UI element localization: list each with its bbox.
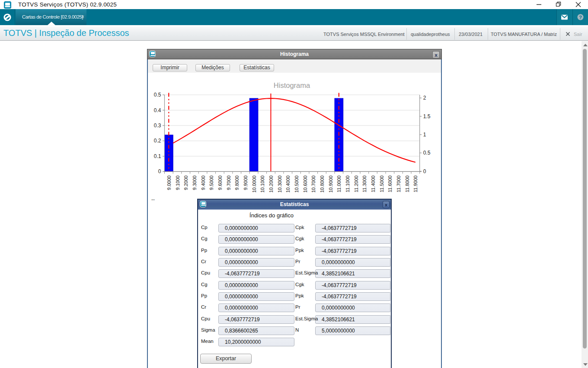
- svg-text:0: 0: [423, 168, 426, 174]
- svg-text:10.1000: 10.1000: [260, 175, 265, 193]
- svg-text:11.3000: 11.3000: [362, 175, 367, 192]
- svg-text:10.2000: 10.2000: [268, 175, 274, 193]
- svg-text:9.6000: 9.6000: [217, 175, 223, 190]
- svg-text:2: 2: [423, 95, 426, 101]
- svg-text:0.5: 0.5: [423, 150, 431, 156]
- svg-text:9.5000: 9.5000: [209, 175, 214, 190]
- svg-text:10.0000: 10.0000: [252, 175, 257, 193]
- svg-text:11.4000: 11.4000: [371, 175, 376, 192]
- svg-text:9.1000: 9.1000: [175, 175, 180, 190]
- svg-text:0.4: 0.4: [154, 107, 161, 113]
- svg-text:9.7000: 9.7000: [226, 175, 231, 190]
- svg-text:11.0000: 11.0000: [336, 175, 342, 192]
- svg-text:11.6000: 11.6000: [387, 175, 393, 192]
- svg-text:10.4000: 10.4000: [285, 175, 291, 193]
- svg-text:9.3000: 9.3000: [192, 175, 197, 190]
- svg-text:11.7000: 11.7000: [396, 175, 401, 192]
- svg-text:9.0000: 9.0000: [166, 175, 172, 190]
- svg-text:?: ?: [579, 15, 582, 20]
- svg-text:11.2000: 11.2000: [354, 175, 359, 192]
- svg-text:11.5000: 11.5000: [379, 175, 384, 192]
- svg-text:10.5000: 10.5000: [294, 175, 299, 193]
- svg-text:1: 1: [423, 132, 426, 138]
- svg-text:9.2000: 9.2000: [183, 175, 189, 190]
- svg-text:10.7000: 10.7000: [311, 175, 316, 193]
- svg-text:11.1000: 11.1000: [345, 175, 350, 192]
- svg-text:10.9000: 10.9000: [328, 175, 333, 193]
- svg-text:10.3000: 10.3000: [277, 175, 282, 193]
- svg-text:0.3: 0.3: [154, 123, 161, 129]
- svg-text:Histograma: Histograma: [274, 81, 310, 89]
- svg-text:10.8000: 10.8000: [320, 175, 325, 193]
- svg-text:9.8000: 9.8000: [234, 175, 240, 190]
- svg-text:0.1: 0.1: [154, 153, 161, 159]
- svg-text:0.2: 0.2: [154, 138, 161, 144]
- svg-text:1.5: 1.5: [423, 113, 431, 119]
- svg-text:0.5: 0.5: [154, 92, 161, 98]
- svg-text:9.9000: 9.9000: [243, 175, 248, 190]
- svg-text:11.8000: 11.8000: [405, 175, 410, 192]
- svg-text:0: 0: [158, 168, 161, 174]
- svg-text:10.6000: 10.6000: [303, 175, 308, 193]
- svg-text:9.4000: 9.4000: [201, 175, 206, 190]
- svg-text:11.9000: 11.9000: [413, 175, 418, 192]
